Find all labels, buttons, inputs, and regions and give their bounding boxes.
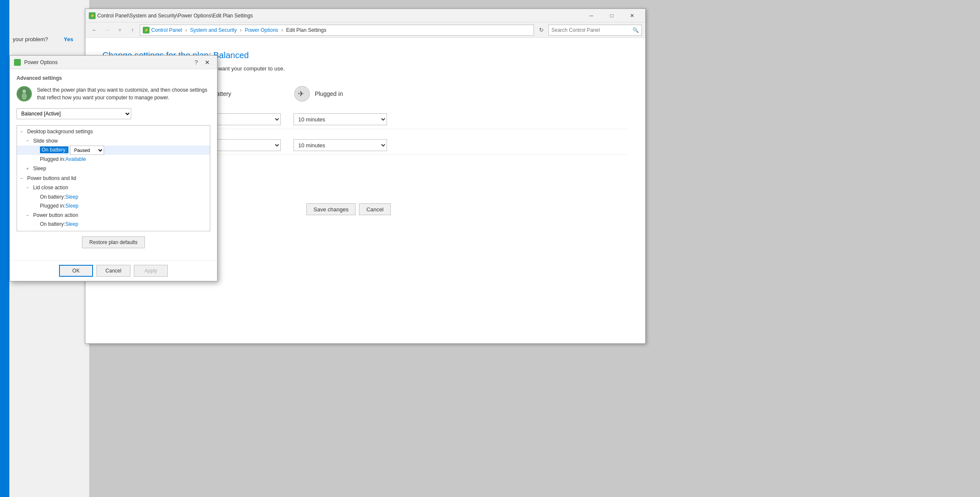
dialog-header-label: Advanced settings	[17, 75, 210, 81]
blue-accent-bar	[0, 0, 9, 497]
dialog-cancel-button[interactable]: Cancel	[96, 265, 130, 277]
desktop-bg-label: Desktop background settings	[27, 127, 93, 137]
close-button[interactable]: ✕	[622, 9, 642, 22]
svg-point-7	[23, 90, 26, 93]
back-button[interactable]: ←	[89, 25, 100, 36]
settings-tree[interactable]: − Desktop background settings − Slide sh…	[17, 125, 210, 231]
plugged-in-header: ✈ Plugged in	[294, 85, 387, 102]
spacer-2	[33, 156, 38, 163]
tree-item-power-buttons[interactable]: − Power buttons and lid	[17, 174, 210, 183]
collapse-icon-power: −	[20, 175, 25, 183]
tree-item-plugged-available[interactable]: Plugged in: Available	[17, 155, 210, 164]
power-buttons-label: Power buttons and lid	[27, 174, 76, 183]
plan-select-dropdown[interactable]: Balanced [Active] Power saver High perfo…	[17, 108, 131, 119]
tree-item-pwrbtn-on-battery[interactable]: On battery: Sleep	[17, 220, 210, 229]
title-bar: ⚡ Control Panel\System and Security\Powe…	[85, 9, 645, 22]
bg-question-text: your problem?	[13, 36, 48, 42]
lid-on-battery-text: On battery:	[40, 193, 65, 202]
spacer-6	[33, 230, 38, 231]
collapse-icon-desktop: −	[20, 128, 25, 136]
maximize-button[interactable]: □	[602, 9, 621, 22]
search-input[interactable]	[551, 27, 633, 33]
bg-yes-text[interactable]: Yes	[64, 36, 73, 42]
dialog-help-button[interactable]: ?	[191, 57, 202, 68]
spacer-1	[33, 146, 38, 154]
lid-close-label: Lid close action	[33, 183, 68, 193]
svg-text:✈: ✈	[298, 90, 304, 98]
breadcrumb-text: Control Panel › System and Security › Po…	[151, 27, 326, 33]
title-bar-text: Control Panel\System and Security\Power …	[97, 13, 582, 19]
bc-edit-plan: Edit Plan Settings	[286, 27, 327, 33]
refresh-button[interactable]: ↻	[536, 25, 547, 36]
tree-item-slideshow[interactable]: − Slide show	[17, 137, 210, 146]
expand-icon-sleep: +	[26, 165, 31, 173]
minimize-button[interactable]: ─	[582, 9, 601, 22]
dialog-ok-button[interactable]: OK	[59, 265, 93, 277]
spacer-4	[33, 202, 38, 210]
pwrbtn-plugged-link[interactable]: Sleep	[65, 229, 79, 231]
dialog-bottom-buttons: OK Cancel Apply	[10, 260, 217, 281]
plugged-in-label: Plugged in	[315, 90, 343, 97]
spacer-3	[33, 193, 38, 201]
sleep-tree-label: Sleep	[33, 164, 46, 174]
dialog-description: Select the power plan that you want to c…	[17, 86, 210, 101]
up-button[interactable]: ↑	[127, 25, 138, 36]
slideshow-label: Slide show	[33, 137, 58, 146]
plugged-in-available-link[interactable]: Available	[65, 155, 86, 164]
dialog-desc-icon	[17, 86, 32, 101]
breadcrumb-icon: ⚡	[143, 27, 150, 34]
spacer-5	[33, 221, 38, 228]
save-changes-button[interactable]: Save changes	[306, 203, 356, 215]
title-bar-icon: ⚡	[89, 12, 96, 19]
lid-plugged-text: Plugged in:	[40, 202, 65, 211]
bottom-buttons: Save changes Cancel	[306, 203, 628, 215]
dialog-desc-text: Select the power plan that you want to c…	[37, 86, 210, 101]
bc-control-panel[interactable]: Control Panel	[151, 27, 182, 33]
svg-point-6	[22, 93, 27, 100]
tree-item-power-btn-action[interactable]: − Power button action	[17, 211, 210, 220]
lid-on-battery-link[interactable]: Sleep	[65, 193, 78, 202]
title-bar-controls: ─ □ ✕	[582, 9, 642, 22]
collapse-icon-lid: −	[26, 184, 31, 192]
dialog-title-text: Power Options	[24, 59, 191, 65]
selected-highlight: On battery:	[40, 146, 68, 153]
tree-item-on-battery-paused[interactable]: On battery: Paused Available	[17, 146, 210, 155]
collapse-icon-power-btn: −	[26, 212, 31, 219]
tree-item-pwrbtn-plugged[interactable]: Plugged in: Sleep	[17, 229, 210, 231]
breadcrumb: ⚡ Control Panel › System and Security › …	[140, 25, 534, 36]
dialog-title-bar: Power Options ? ✕	[10, 56, 217, 69]
collapse-icon-slideshow: −	[26, 137, 31, 145]
plugged-in-text: Plugged in:	[40, 155, 65, 164]
dialog-title-icon	[14, 59, 21, 66]
tree-item-sleep[interactable]: + Sleep	[17, 164, 210, 174]
dialog-body: Advanced settings Select the power plan …	[10, 69, 217, 260]
on-battery-paused-dropdown[interactable]: Paused Available	[70, 146, 104, 155]
on-battery-selected-label: On battery:	[40, 146, 68, 155]
dropdown-button[interactable]: ▾	[114, 25, 125, 36]
tree-item-desktop-bg[interactable]: − Desktop background settings	[17, 127, 210, 137]
cancel-button[interactable]: Cancel	[359, 203, 390, 215]
search-box: 🔍	[548, 25, 642, 36]
pwrbtn-on-battery-link[interactable]: Sleep	[65, 220, 78, 229]
display-plugged-in-dropdown[interactable]: 10 minutes 1 minute 2 minutes 5 minutes …	[294, 113, 387, 125]
tree-item-lid-close[interactable]: − Lid close action	[17, 183, 210, 193]
bc-system-security[interactable]: System and Security	[190, 27, 237, 33]
dialog-close-button[interactable]: ✕	[202, 57, 213, 68]
plug-icon: ✈	[294, 85, 311, 102]
lid-plugged-link[interactable]: Sleep	[65, 202, 79, 211]
forward-button: →	[102, 25, 113, 36]
pwrbtn-plugged-text: Plugged in:	[40, 229, 65, 231]
tree-item-lid-on-battery[interactable]: On battery: Sleep	[17, 193, 210, 202]
column-headers: On battery ✈ Plugged in	[187, 84, 628, 103]
restore-plan-defaults-button[interactable]: Restore plan defaults	[82, 236, 144, 248]
search-icon: 🔍	[633, 27, 639, 33]
bc-power-options[interactable]: Power Options	[245, 27, 278, 33]
sleep-plugged-in-dropdown[interactable]: 10 minutes 1 minute 2 minutes 5 minutes …	[294, 139, 387, 151]
dialog-apply-button[interactable]: Apply	[134, 265, 168, 277]
pwrbtn-on-battery-text: On battery:	[40, 220, 65, 229]
nav-bar: ← → ▾ ↑ ⚡ Control Panel › System and Sec…	[85, 22, 645, 38]
tree-item-lid-plugged[interactable]: Plugged in: Sleep	[17, 202, 210, 211]
power-btn-action-label: Power button action	[33, 211, 78, 220]
power-options-dialog: Power Options ? ✕ Advanced settings Sele…	[9, 55, 217, 281]
